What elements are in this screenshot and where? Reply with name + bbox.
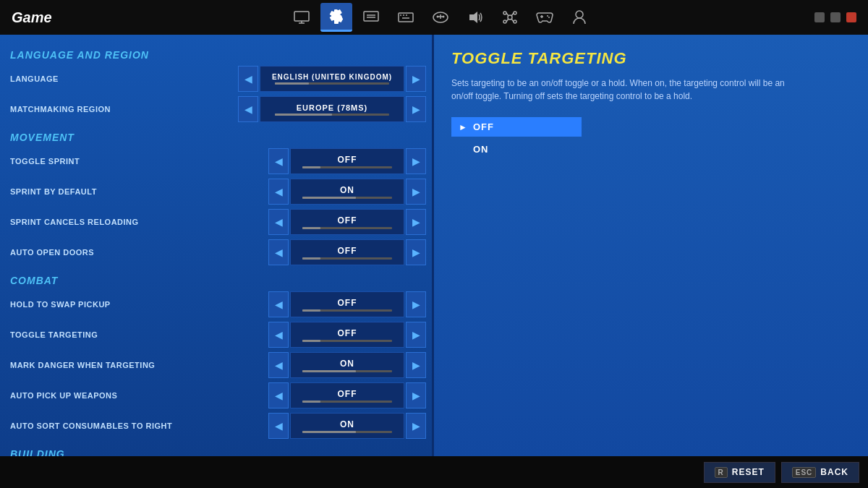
setting-mark-danger: MARK DANGER WHEN TARGETING ◀ ON ▶ [0, 350, 432, 380]
setting-auto-doors-label: AUTO OPEN DOORS [6, 248, 268, 257]
sprint-cancels-value-box: OFF [290, 209, 404, 235]
nav-gamepad[interactable] [529, 3, 561, 32]
setting-auto-sort-label: AUTO SORT CONSUMABLES TO RIGHT [6, 421, 268, 430]
option-off-arrow: ► [459, 122, 467, 132]
main-content: LANGUAGE AND REGION LANGUAGE ◀ ENGLISH (… [0, 35, 868, 456]
setting-hold-swap-label: HOLD TO SWAP PICKUP [6, 300, 268, 309]
setting-auto-pickup-control: ◀ OFF ▶ [268, 382, 426, 408]
matchmaking-prev-button[interactable]: ◀ [238, 96, 258, 122]
svg-rect-6 [399, 13, 413, 22]
mark-danger-prev-button[interactable]: ◀ [268, 352, 289, 378]
svg-point-20 [503, 20, 506, 23]
section-building-header: BUILDING [0, 441, 432, 456]
auto-pickup-prev-button[interactable]: ◀ [268, 382, 289, 408]
setting-matchmaking-label: MATCHMAKING REGION [6, 105, 238, 114]
auto-sort-next-button[interactable]: ▶ [406, 413, 426, 439]
language-bar [275, 82, 389, 85]
auto-sort-bar [302, 431, 393, 433]
bottom-bar: R RESET ESC BACK [0, 456, 868, 488]
setting-toggle-sprint: TOGGLE SPRINT ◀ OFF ▶ [0, 146, 432, 176]
sprint-default-value-box: ON [290, 179, 404, 205]
title-bar: Game [0, 0, 868, 35]
nav-display[interactable] [355, 3, 387, 32]
svg-rect-3 [364, 12, 378, 21]
nav-icons [67, 3, 814, 32]
back-key: ESC [792, 467, 817, 478]
mark-danger-next-button[interactable]: ▶ [406, 352, 426, 378]
back-button[interactable]: ESC BACK [781, 462, 859, 483]
toggle-sprint-value: OFF [338, 155, 357, 165]
sprint-default-next-button[interactable]: ▶ [406, 179, 426, 205]
language-prev-button[interactable]: ◀ [238, 66, 258, 92]
nav-audio[interactable] [459, 3, 491, 32]
section-language-header: LANGUAGE AND REGION [0, 42, 432, 64]
window-title: Game [12, 9, 52, 26]
sprint-default-bar [302, 197, 393, 199]
setting-mark-danger-label: MARK DANGER WHEN TARGETING [6, 361, 268, 369]
svg-line-24 [506, 19, 509, 22]
matchmaking-value-box: EUROPE (78MS) [260, 96, 404, 122]
setting-auto-doors: AUTO OPEN DOORS ◀ OFF ▶ [0, 237, 432, 267]
setting-sprint-cancels-control: ◀ OFF ▶ [268, 209, 426, 235]
nav-user[interactable] [563, 3, 595, 32]
svg-line-22 [506, 13, 509, 16]
reset-button[interactable]: R RESET [704, 462, 775, 483]
sprint-default-prev-button[interactable]: ◀ [268, 179, 289, 205]
sprint-cancels-next-button[interactable]: ▶ [406, 209, 426, 235]
toggle-sprint-next-button[interactable]: ▶ [406, 148, 426, 174]
option-on[interactable]: ► ON [451, 140, 582, 159]
auto-sort-prev-button[interactable]: ◀ [268, 413, 289, 439]
toggle-targeting-bar [302, 340, 393, 342]
matchmaking-bar [275, 114, 389, 116]
setting-sprint-default-control: ◀ ON ▶ [268, 179, 426, 205]
toggle-sprint-prev-button[interactable]: ◀ [268, 148, 289, 174]
option-off[interactable]: ► OFF [451, 117, 582, 137]
detail-title: TOGGLE TARGETING [451, 49, 851, 68]
mark-danger-bar [302, 370, 393, 372]
auto-pickup-bar [302, 401, 393, 403]
hold-swap-next-button[interactable]: ▶ [406, 291, 426, 317]
auto-doors-prev-button[interactable]: ◀ [268, 239, 289, 265]
matchmaking-next-button[interactable]: ▶ [406, 96, 426, 122]
svg-point-29 [548, 17, 550, 18]
detail-description: Sets targeting to be an on/off toggle or… [451, 77, 799, 103]
nav-gear[interactable] [320, 3, 352, 32]
minimize-button[interactable] [814, 12, 825, 22]
setting-toggle-targeting-label: TOGGLE TARGETING [6, 330, 268, 339]
nav-monitor[interactable] [286, 3, 318, 32]
svg-point-18 [503, 12, 506, 14]
setting-hold-swap-control: ◀ OFF ▶ [268, 291, 426, 317]
toggle-targeting-prev-button[interactable]: ◀ [268, 322, 289, 348]
nav-controller-alt[interactable] [425, 3, 456, 32]
option-off-label: OFF [473, 121, 494, 132]
hold-swap-value: OFF [338, 298, 357, 308]
close-button[interactable] [846, 12, 856, 22]
settings-panel: LANGUAGE AND REGION LANGUAGE ◀ ENGLISH (… [0, 35, 434, 456]
svg-line-23 [511, 13, 514, 16]
toggle-targeting-value-box: OFF [290, 322, 404, 348]
nav-keyboard[interactable] [390, 3, 422, 32]
svg-point-28 [547, 15, 548, 17]
toggle-targeting-next-button[interactable]: ▶ [406, 322, 426, 348]
setting-matchmaking-control: ◀ EUROPE (78MS) ▶ [238, 96, 426, 122]
reset-label: RESET [732, 467, 765, 477]
auto-doors-next-button[interactable]: ▶ [406, 239, 426, 265]
maximize-button[interactable] [830, 12, 841, 22]
setting-auto-pickup: AUTO PICK UP WEAPONS ◀ OFF ▶ [0, 380, 432, 411]
language-next-button[interactable]: ▶ [406, 66, 426, 92]
svg-point-19 [514, 12, 516, 14]
auto-pickup-value: OFF [338, 389, 357, 399]
toggle-sprint-value-box: OFF [290, 148, 404, 174]
hold-swap-bar [302, 309, 393, 312]
toggle-sprint-bar [302, 166, 393, 168]
auto-doors-value: OFF [338, 246, 357, 256]
auto-pickup-value-box: OFF [290, 382, 404, 408]
auto-pickup-next-button[interactable]: ▶ [406, 382, 426, 408]
hold-swap-prev-button[interactable]: ◀ [268, 291, 289, 317]
window-controls [814, 12, 856, 22]
svg-point-30 [576, 11, 583, 18]
nav-network[interactable] [494, 3, 526, 32]
setting-auto-sort: AUTO SORT CONSUMABLES TO RIGHT ◀ ON ▶ [0, 411, 432, 441]
matchmaking-value: EUROPE (78MS) [297, 103, 368, 112]
sprint-cancels-prev-button[interactable]: ◀ [268, 209, 289, 235]
